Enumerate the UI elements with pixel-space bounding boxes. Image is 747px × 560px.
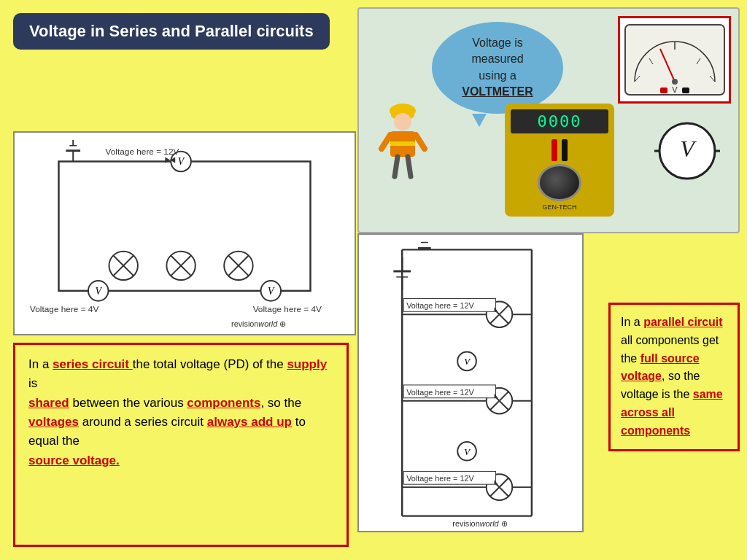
parallel-text-box: In a parallel circuit all components get…: [608, 303, 740, 451]
series-text-part10: voltages: [28, 415, 79, 429]
series-text-part5: is: [28, 376, 37, 390]
svg-rect-9: [660, 88, 667, 93]
svg-line-17: [416, 135, 425, 149]
speech-bubble: Voltage is measured using a VOLTMETER: [432, 22, 563, 114]
svg-text:Voltage here = 12V: Voltage here = 12V: [406, 474, 474, 483]
digital-multimeter: 0000 GEN-TECH: [505, 104, 614, 217]
analog-meter-svg: V: [624, 23, 726, 96]
series-circuit-svg: V V V Voltage here = 12V Voltage here = …: [15, 133, 355, 334]
top-right-section: Voltage is measured using a VOLTMETER V: [357, 7, 740, 233]
series-text-part1: In a: [28, 357, 53, 371]
speech-line1: Voltage is: [472, 36, 522, 49]
worker-figure: [374, 96, 432, 184]
series-text-part2: series circuit: [53, 357, 133, 371]
svg-text:Voltage here = 4V: Voltage here = 4V: [30, 304, 98, 314]
svg-point-7: [672, 79, 678, 85]
series-text-part4: supply: [287, 357, 327, 371]
voltmeter-symbol: V: [651, 114, 724, 187]
svg-text:V: V: [680, 136, 697, 162]
series-text-part7: between the various: [69, 396, 187, 410]
parallel-circuit-svg: V V Voltage here = 12V Voltage here = 12…: [359, 235, 582, 531]
svg-text:V: V: [672, 85, 678, 94]
parallel-text-part1: In a: [621, 316, 643, 328]
multimeter-dial: [538, 164, 581, 201]
svg-line-16: [382, 135, 390, 149]
svg-line-18: [395, 157, 398, 176]
svg-rect-10: [682, 88, 689, 93]
series-text-part6: shared: [28, 396, 69, 410]
worker-svg: [376, 96, 430, 184]
series-text-part8: components: [187, 396, 260, 410]
analog-voltmeter-image: V: [618, 16, 731, 104]
page-title: Voltage in Series and Parallel circuits: [13, 13, 330, 50]
svg-text:Voltage here = 12V: Voltage here = 12V: [406, 388, 474, 397]
series-text-part12: always add up: [207, 415, 292, 429]
speech-line2: measured: [471, 52, 523, 65]
svg-text:revisionworld ⊕: revisionworld ⊕: [452, 519, 507, 528]
speech-line3: using a: [479, 69, 516, 82]
svg-rect-15: [390, 141, 415, 146]
digital-display: 0000: [511, 109, 608, 133]
series-circuit-diagram: V V V Voltage here = 12V Voltage here = …: [13, 131, 356, 335]
series-text-box: In a series circuit the total voltage (P…: [13, 343, 349, 547]
series-text-part9: , so the: [260, 396, 301, 410]
parallel-text-part2: parallel circuit: [643, 316, 723, 328]
parallel-circuit-diagram: V V Voltage here = 12V Voltage here = 12…: [357, 233, 584, 532]
speech-line4: VOLTMETER: [462, 85, 533, 98]
svg-point-13: [394, 113, 411, 131]
svg-text:Voltage here = 12V: Voltage here = 12V: [406, 301, 474, 310]
svg-text:Voltage here = 4V: Voltage here = 4V: [253, 304, 322, 314]
series-text-part3: the total voltage (PD) of the: [133, 357, 287, 371]
series-text-part14: source voltage.: [28, 454, 120, 467]
svg-text:Voltage here = 12V: Voltage here = 12V: [106, 147, 179, 157]
svg-text:revisionworld ⊕: revisionworld ⊕: [231, 319, 286, 328]
svg-line-19: [408, 157, 411, 176]
series-text-part11: around a series circuit: [79, 415, 207, 429]
